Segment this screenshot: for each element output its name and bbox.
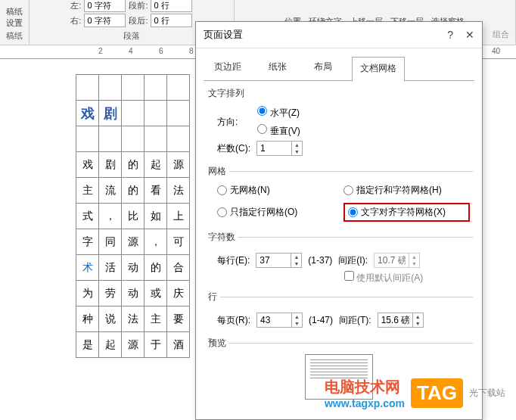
- columns-label: 栏数(C):: [217, 142, 250, 155]
- watermark-tag: TAG: [411, 378, 463, 408]
- indent-left-label: 左:: [70, 0, 81, 11]
- page-setup-dialog: 页面设置 ? ✕ 页边距 纸张 布局 文档网格 文字排列 方向: 水平(Z) 垂…: [195, 21, 483, 420]
- watermark-site: 光下载站: [469, 387, 505, 400]
- per-line-label: 每行(E):: [217, 254, 250, 267]
- vertical-radio[interactable]: 垂直(V): [257, 124, 300, 138]
- per-page-label: 每页(R):: [217, 314, 250, 327]
- watermark-title: 电脑技术网: [325, 377, 405, 397]
- horizontal-radio[interactable]: 水平(Z): [257, 106, 300, 120]
- paragraph-group-label: 段落: [123, 30, 140, 42]
- line-spacing-label: 间距(T):: [339, 314, 371, 327]
- char-spacing-input[interactable]: ▲▼: [374, 253, 420, 268]
- text-direction-section: 文字排列 方向: 水平(Z) 垂直(V) 栏数(C): ▲▼: [196, 81, 482, 162]
- columns-input[interactable]: ▲▼: [256, 141, 303, 156]
- indent-left-input[interactable]: [84, 0, 126, 12]
- paper-settings-button[interactable]: 稿纸 设置: [6, 6, 23, 29]
- per-line-range: (1-37): [308, 255, 332, 266]
- char-spacing-label: 间距(I):: [338, 254, 368, 267]
- lines-title: 行: [205, 291, 220, 303]
- dialog-title: 页面设置: [204, 28, 243, 42]
- indent-right-label: 右:: [70, 15, 81, 26]
- tab-layout[interactable]: 布局: [306, 56, 340, 81]
- paper-group-label: 稿纸: [6, 30, 23, 42]
- default-spacing-checkbox[interactable]: 使用默认间距(A): [344, 272, 423, 283]
- indent-right-input[interactable]: [84, 14, 126, 27]
- per-page-range: (1-47): [309, 315, 333, 325]
- spacing-after-label: 段后:: [129, 15, 148, 26]
- tab-paper[interactable]: 纸张: [261, 56, 294, 81]
- watermark-url: www.tagxp.com: [325, 397, 405, 409]
- direction-label: 方向:: [217, 116, 238, 129]
- watermark: 电脑技术网 www.tagxp.com TAG 光下载站: [322, 374, 508, 412]
- text-direction-title: 文字排列: [208, 87, 470, 100]
- help-button[interactable]: ?: [447, 29, 453, 41]
- spacing-after-input[interactable]: [151, 14, 192, 27]
- preview-section: 预览: [205, 337, 473, 350]
- per-line-input[interactable]: ▲▼: [256, 253, 302, 268]
- per-page-input[interactable]: ▲▼: [256, 313, 303, 328]
- spacing-before-input[interactable]: [151, 0, 192, 12]
- paper-settings-group: 稿纸 设置 稿纸: [0, 0, 30, 45]
- grid-title: 网格: [205, 165, 229, 178]
- chars-title: 字符数: [205, 231, 238, 244]
- chars-section: 字符数: [205, 231, 473, 244]
- tab-grid[interactable]: 文档网格: [352, 57, 405, 82]
- manuscript-grid: 戏 剧 戏剧的起源 主流的看法 式，比如上 字同源，可 术活动的合 为劳动或庆 …: [76, 74, 190, 358]
- lines-section: 行: [205, 291, 473, 303]
- line-spacing-input[interactable]: ▲▼: [378, 313, 424, 328]
- preview-title: 预览: [205, 337, 229, 350]
- dialog-titlebar: 页面设置 ? ✕: [196, 22, 482, 48]
- line-char-grid-radio[interactable]: 指定行和字符网格(H): [343, 184, 470, 197]
- line-only-radio[interactable]: 只指定行网格(O): [217, 203, 343, 222]
- grid-section: 网格: [205, 165, 473, 178]
- dialog-tabs: 页边距 纸张 布局 文档网格: [196, 48, 482, 81]
- title-char: 戏: [76, 101, 99, 126]
- align-char-radio[interactable]: 文字对齐字符网格(X): [343, 203, 470, 222]
- title-char: 剧: [99, 101, 122, 126]
- group-button[interactable]: 组合: [493, 29, 509, 40]
- no-grid-radio[interactable]: 无网格(N): [217, 184, 343, 197]
- close-button[interactable]: ✕: [465, 29, 474, 41]
- tab-margins[interactable]: 页边距: [207, 56, 249, 81]
- spacing-before-label: 段前:: [129, 0, 148, 11]
